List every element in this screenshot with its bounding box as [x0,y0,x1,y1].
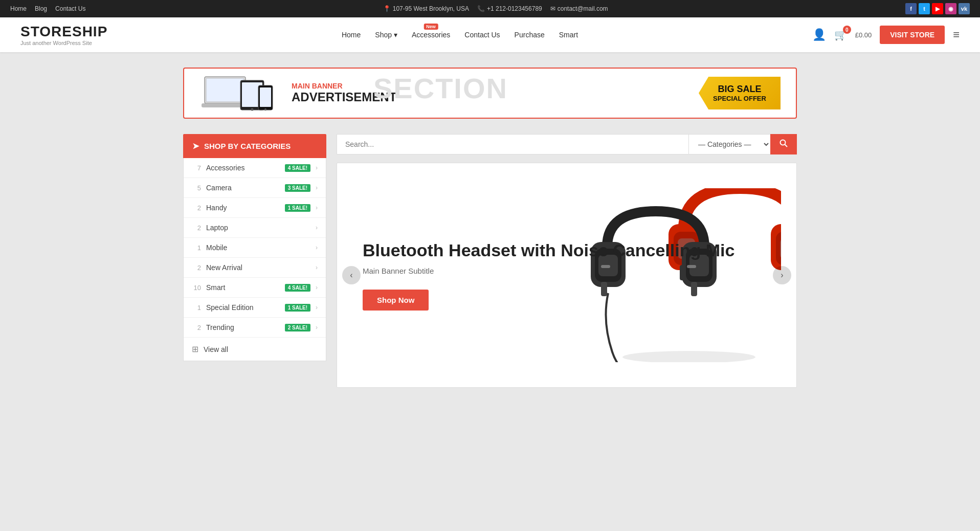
svg-rect-7 [260,87,271,107]
hamburger-icon[interactable]: ≡ [953,28,960,41]
new-badge: New [424,24,438,30]
nav-smart[interactable]: Smart [559,31,578,39]
category-item-laptop[interactable]: 2 Laptop › [184,218,326,238]
cart-amount: £0.00 [855,31,872,39]
category-item-camera[interactable]: 5 Camera 3 SALE! › [184,178,326,198]
cat-num: 2 [192,324,201,331]
svg-rect-16 [780,238,781,259]
cat-num: 2 [192,264,201,272]
cat-arrow-icon: › [316,264,318,271]
cat-badge: 4 SALE! [285,284,310,292]
cat-num: 2 [192,204,201,212]
topbar-nav: Home Blog Contact Us [10,5,85,12]
header: STORESHIP Just another WordPress Site Ho… [0,17,980,52]
sidebar-header-icon: ➤ [192,141,199,151]
svg-point-5 [251,108,254,111]
topbar-blog[interactable]: Blog [35,5,47,12]
banner: MAIN BANNER ADVERTISEMENT SECTION BIG SA… [183,68,797,119]
shop-now-button[interactable]: Shop Now [363,290,429,311]
banner-main-title: MAIN BANNER [292,82,699,90]
email: ✉ contact@mail.com [550,5,608,12]
location: 📍 107-95 West Brooklyn, USA [383,5,469,12]
slider-next-button[interactable]: › [773,266,791,284]
search-icon [779,139,788,147]
hero-title: Bluetooth Headset with Noise Cancelling … [363,240,771,261]
category-item-smart[interactable]: 10 Smart 4 SALE! › [184,278,326,298]
user-icon[interactable]: 👤 [812,28,826,41]
facebook-icon[interactable]: f [905,3,917,14]
topbar-info: 📍 107-95 West Brooklyn, USA 📞 +1 212-012… [383,5,608,12]
search-input[interactable] [337,134,688,154]
banner-text: MAIN BANNER ADVERTISEMENT SECTION [292,82,699,104]
header-right: 👤 🛒 0 £0.00 VISIT STORE ≡ [812,26,960,44]
topbar: Home Blog Contact Us 📍 107-95 West Brook… [0,0,980,17]
search-button[interactable] [770,134,797,154]
cat-name: Handy [206,204,280,212]
cat-arrow-icon: › [316,324,318,331]
cat-arrow-icon: › [316,164,318,171]
cat-arrow-icon: › [316,284,318,291]
banner-adv: ADVERTISEMENT [292,90,699,104]
cat-badge: 3 SALE! [285,184,310,192]
cat-arrow-icon: › [316,304,318,311]
cat-num: 2 [192,224,201,232]
cart[interactable]: 🛒 0 [834,29,847,41]
topbar-contact[interactable]: Contact Us [55,5,85,12]
cat-badge: 4 SALE! [285,164,310,172]
cat-badge: 2 SALE! [285,324,310,331]
category-item-special-edition[interactable]: 1 Special Edition 1 SALE! › [184,298,326,318]
vk-icon[interactable]: vk [959,3,970,14]
cat-name: Camera [206,184,280,192]
cat-arrow-icon: › [316,204,318,211]
cat-num: 1 [192,244,201,252]
category-item-trending[interactable]: 2 Trending 2 SALE! › [184,318,326,338]
category-item-handy[interactable]: 2 Handy 1 SALE! › [184,198,326,218]
visit-store-button[interactable]: VISIT STORE [880,26,945,44]
svg-point-31 [622,351,755,362]
nav-shop[interactable]: Shop ▾ [375,31,397,39]
slider-prev-button[interactable]: ‹ [342,266,361,284]
cat-badge: 1 SALE! [285,304,310,312]
sidebar-header-title: SHOP BY CATEGORIES [204,142,291,150]
cat-arrow-icon: › [316,184,318,191]
grid-icon: ⊞ [192,344,198,354]
cat-num: 10 [192,284,201,292]
main-nav: Home Shop ▾ New Accessories Contact Us P… [342,31,578,39]
svg-rect-1 [206,78,244,102]
category-item-new-arrival[interactable]: 2 New Arrival › [184,258,326,278]
sidebar: ➤ SHOP BY CATEGORIES 7 Accessories 4 SAL… [183,134,326,388]
nav-accessories[interactable]: New Accessories [412,31,450,39]
category-item-mobile[interactable]: 1 Mobile › [184,238,326,258]
category-select[interactable]: — Categories — [688,134,770,154]
banner-illustration [199,73,281,114]
view-all-label: View all [204,345,228,353]
search-bar: — Categories — [337,134,797,154]
cat-num: 7 [192,164,201,172]
cat-arrow-icon: › [316,224,318,231]
nav-purchase[interactable]: Purchase [515,31,545,39]
topbar-home[interactable]: Home [10,5,27,12]
svg-point-8 [264,108,266,110]
twitter-icon[interactable]: t [919,3,930,14]
hero-subtitle: Main Banner Subtitle [363,267,771,275]
sidebar-header: ➤ SHOP BY CATEGORIES [183,134,326,158]
cat-name: Smart [206,283,280,292]
cart-badge: 0 [843,26,851,34]
svg-line-10 [785,145,788,147]
social-icons: f t ▶ ◉ vk [905,3,970,14]
category-item-accessories[interactable]: 7 Accessories 4 SALE! › [184,158,326,178]
nav-contact[interactable]: Contact Us [464,31,500,39]
instagram-icon[interactable]: ◉ [945,3,956,14]
view-all-item[interactable]: ⊞View all [184,338,326,361]
hero-slider: ‹ Bluetooth Headset with Noise Cancellin… [337,163,797,388]
cat-name: Accessories [206,164,280,172]
youtube-icon[interactable]: ▶ [932,3,943,14]
cat-num: 1 [192,304,201,312]
cat-name: Trending [206,323,280,331]
hero-content: Bluetooth Headset with Noise Cancelling … [363,240,771,311]
cat-name: Special Edition [206,303,280,312]
nav-home[interactable]: Home [342,31,361,39]
cat-name: New Arrival [206,263,310,272]
cat-badge: 1 SALE! [285,204,310,212]
logo[interactable]: STORESHIP Just another WordPress Site [20,24,107,46]
